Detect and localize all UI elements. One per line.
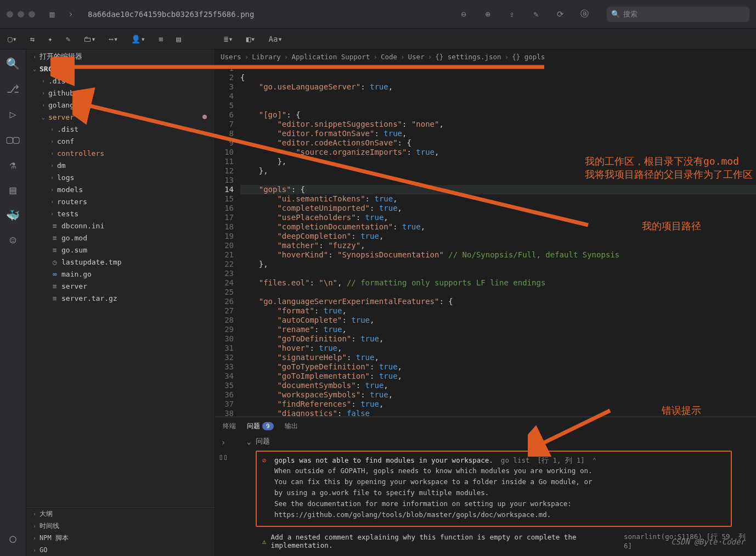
open-editors-header[interactable]: ›打开的编辑器 [26, 50, 215, 63]
magic-icon[interactable]: ✦ [48, 35, 52, 43]
window-title: 8a66dae10c764159bcb03263f25f5686.png [88, 10, 254, 19]
tab-terminal[interactable]: 终端 [223, 422, 236, 431]
extensions-icon[interactable]: ▢▢ [6, 133, 19, 146]
watermark: CSDN @Byte·Coder [671, 537, 745, 546]
problem-item[interactable]: ⊘ gopls was not able to find modules in … [256, 451, 732, 527]
panel-tabs: 终端 问题9 输出 [215, 417, 756, 435]
folder-item[interactable]: ›routers [26, 195, 215, 207]
search-input[interactable]: 🔍 搜索 [607, 7, 749, 22]
share-icon[interactable]: ⇪ [505, 7, 519, 21]
wand-icon[interactable]: ✎ [66, 35, 70, 43]
breadcrumb-segment[interactable]: {} gopls [512, 53, 545, 61]
breadcrumb-segment[interactable]: Code [381, 53, 397, 61]
chevron-down-icon: ⌄ [247, 437, 251, 446]
panel: 终端 问题9 输出 › ▯▯ ⌄问题 ⊘ gopls was not able … [215, 417, 756, 556]
breadcrumb-segment[interactable]: {} settings.json [435, 53, 501, 61]
outline-npm[interactable]: ›NPM 脚本 [26, 532, 215, 544]
split-panel-icon[interactable]: ▯▯ [219, 452, 228, 461]
outline-timeline[interactable]: ›时间线 [26, 520, 215, 532]
toggle-icon[interactable]: ⇆ [30, 35, 35, 43]
layout-icon[interactable]: ▤ [176, 35, 180, 43]
tab-problems[interactable]: 问题9 [247, 422, 274, 431]
folder-icon[interactable]: 🗀▾ [83, 35, 95, 43]
zoom-in-icon[interactable]: ⊕ [481, 7, 495, 21]
folder-item[interactable]: ›github.com [26, 87, 215, 99]
smiley-icon[interactable]: ☺ [9, 234, 16, 247]
file-item[interactable]: ≡server [26, 280, 215, 292]
chevron-icon[interactable]: › [221, 438, 225, 447]
book-icon[interactable]: ▤ [9, 183, 16, 196]
breadcrumb-segment[interactable]: Users [221, 53, 241, 61]
outline-outline[interactable]: ›大纲 [26, 508, 215, 520]
file-item[interactable]: ≡server.tar.gz [26, 292, 215, 304]
code-editor[interactable]: 1234567891011121314151617181920212223242… [215, 64, 756, 417]
more-icon[interactable]: ⋯▾ [109, 35, 119, 43]
modified-dot-icon [202, 115, 207, 119]
align-icon[interactable]: ≣▾ [224, 35, 233, 43]
folder-item[interactable]: ›tests [26, 207, 215, 220]
problems-filter[interactable]: ⌄问题 [232, 435, 756, 448]
debug-icon[interactable]: ▷ [9, 108, 16, 121]
folder-item[interactable]: ›models [26, 183, 215, 195]
folder-item[interactable]: ›logs [26, 171, 215, 183]
nav-chevron-icon[interactable]: › [64, 7, 78, 21]
file-item[interactable]: ≡dbconn.ini [26, 220, 215, 232]
git-icon[interactable]: ⎇ [7, 82, 19, 96]
problems-count-badge: 9 [262, 422, 274, 430]
people-icon[interactable]: 👤▾ [131, 35, 145, 43]
search-icon: 🔍 [611, 10, 620, 18]
font-icon[interactable]: Aa▾ [269, 35, 283, 43]
titlebar: ▥ › 8a66dae10c764159bcb03263f25f5686.png… [0, 0, 756, 29]
editor-area: Users›Library›Application Support›Code›U… [215, 49, 756, 556]
folder-item[interactable]: ›conf [26, 135, 215, 147]
line-gutter: 1234567891011121314151617181920212223242… [215, 64, 240, 417]
secondary-toolbar: ▢▾ ⇆ ✦ ✎ 🗀▾ ⋯▾ 👤▾ ≡ ▤ ≣▾ ◧▾ Aa▾ [0, 29, 756, 49]
test-icon[interactable]: ⚗ [9, 158, 16, 171]
src-root[interactable]: ⌄SRC [26, 63, 215, 75]
explorer-icon[interactable]: 🔍 [6, 57, 20, 70]
breadcrumb-segment[interactable]: Library [252, 53, 281, 61]
list-icon[interactable]: ≡ [159, 35, 163, 43]
folder-item[interactable]: ›.dist [26, 123, 215, 135]
warning-icon: ⚠ [262, 537, 267, 546]
breadcrumb[interactable]: Users›Library›Application Support›Code›U… [215, 49, 756, 64]
folder-item[interactable]: ›dm [26, 159, 215, 171]
account-icon[interactable]: ◯ [9, 532, 16, 545]
outline-sections: ›大纲 ›时间线 ›NPM 脚本 ›GO [26, 507, 215, 556]
folder-item[interactable]: ›.dist [26, 75, 215, 87]
split-icon[interactable]: ◧▾ [246, 35, 256, 43]
rotate-icon[interactable]: ⟳ [553, 7, 567, 21]
sidebar-toggle-icon[interactable]: ▥ [45, 7, 59, 21]
tab-output[interactable]: 输出 [285, 422, 298, 431]
docker-icon[interactable]: 🐳 [6, 209, 20, 222]
file-item[interactable]: ≡go.sum [26, 244, 215, 256]
explorer-sidebar: ›打开的编辑器 ⌄SRC ›.dist ›github.com ›golang.… [26, 49, 215, 556]
activity-bar: 🔍 ⎇ ▷ ▢▢ ⚗ ▤ 🐳 ☺ ◯ [0, 49, 26, 556]
server-folder[interactable]: ⌄server [26, 111, 215, 123]
window-controls[interactable] [7, 11, 35, 18]
folder-item[interactable]: ›controllers [26, 147, 215, 159]
code-lines[interactable]: { "go.useLanguageServer": true, "[go]": … [240, 64, 756, 417]
breadcrumb-segment[interactable]: User [408, 53, 425, 61]
edit-icon[interactable]: ✎ [529, 7, 543, 21]
file-item[interactable]: ◷lastupdate.tmp [26, 256, 215, 268]
zoom-out-icon[interactable]: ⊖ [456, 7, 471, 21]
file-new-icon[interactable]: ▢▾ [8, 35, 17, 43]
outline-go[interactable]: ›GO [26, 544, 215, 556]
breadcrumb-segment[interactable]: Application Support [291, 53, 370, 61]
info-icon[interactable]: ⓐ [577, 7, 591, 21]
folder-item[interactable]: ›golang.org [26, 99, 215, 111]
file-item[interactable]: ≡go.mod [26, 232, 215, 244]
error-icon: ⊘ [262, 456, 270, 464]
file-item[interactable]: ∞main.go [26, 268, 215, 280]
chevron-up-icon[interactable]: ⌃ [593, 456, 597, 464]
